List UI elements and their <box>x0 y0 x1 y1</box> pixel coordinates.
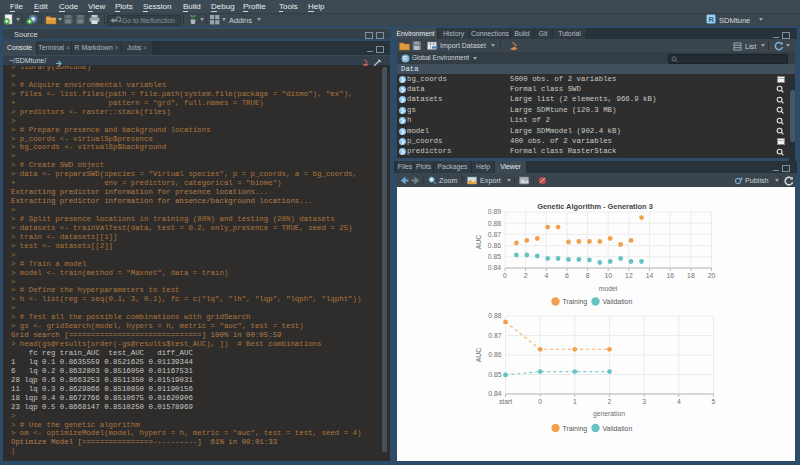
svg-text:AUC: AUC <box>475 235 482 249</box>
svg-text:model: model <box>599 285 618 292</box>
svg-text:5: 5 <box>712 398 716 405</box>
svg-text:2: 2 <box>524 272 528 279</box>
svg-text:14: 14 <box>646 272 654 279</box>
svg-text:20: 20 <box>708 272 716 279</box>
svg-text:0.86: 0.86 <box>488 351 501 358</box>
svg-text:8: 8 <box>586 272 590 279</box>
svg-text:0.86: 0.86 <box>488 242 501 249</box>
svg-text:4: 4 <box>677 398 681 405</box>
svg-text:0.84: 0.84 <box>488 390 501 397</box>
svg-text:Training: Training <box>563 298 588 306</box>
svg-text:0.88: 0.88 <box>488 312 501 319</box>
svg-text:2: 2 <box>608 398 612 405</box>
svg-text:R: R <box>403 55 408 62</box>
svg-text:0.87: 0.87 <box>488 231 501 238</box>
svg-text:Genetic Algorithm - Generation: Genetic Algorithm - Generation 3 <box>537 202 653 211</box>
svg-text:AUC: AUC <box>475 348 482 362</box>
svg-text:0: 0 <box>503 272 507 279</box>
svg-text:10: 10 <box>604 272 612 279</box>
svg-text:3: 3 <box>642 398 646 405</box>
svg-text:1: 1 <box>573 398 577 405</box>
svg-text:4: 4 <box>544 272 548 279</box>
svg-text:16: 16 <box>666 272 674 279</box>
svg-text:Validation: Validation <box>603 298 633 305</box>
svg-text:Training: Training <box>563 425 588 433</box>
svg-text:R: R <box>709 15 715 24</box>
svg-text:0.84: 0.84 <box>488 264 501 271</box>
svg-text:6: 6 <box>565 272 569 279</box>
svg-text:generation: generation <box>593 410 625 418</box>
svg-text:0.87: 0.87 <box>488 332 501 339</box>
svg-text:18: 18 <box>687 272 695 279</box>
svg-text:Validation: Validation <box>603 425 633 432</box>
svg-text:0.85: 0.85 <box>488 371 501 378</box>
svg-text:0.89: 0.89 <box>488 208 501 215</box>
svg-text:0.85: 0.85 <box>488 253 501 260</box>
svg-text:0.88: 0.88 <box>488 220 501 227</box>
svg-text:0: 0 <box>538 398 542 405</box>
svg-text:12: 12 <box>625 272 633 279</box>
svg-text:start: start <box>499 398 512 405</box>
